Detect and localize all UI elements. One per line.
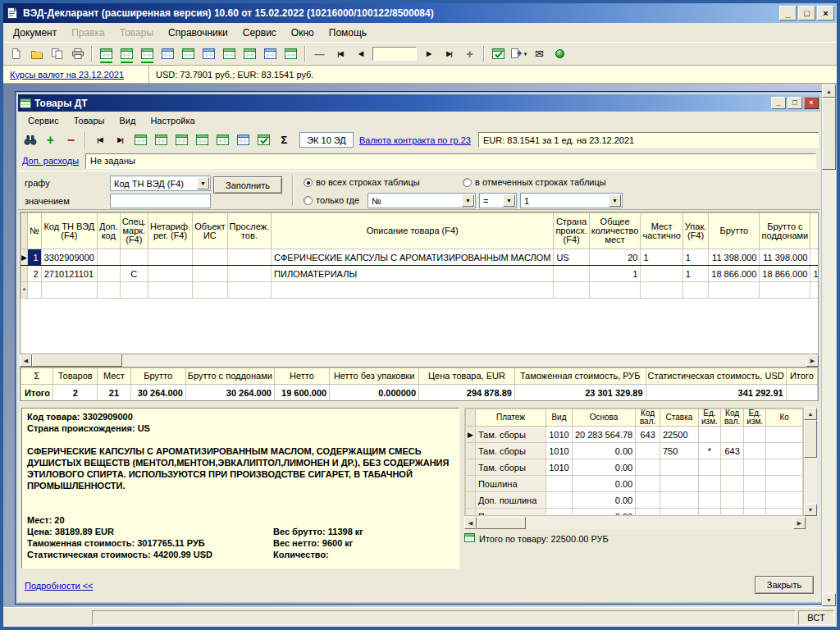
payments-column-header[interactable]: Код вал. bbox=[636, 409, 660, 427]
copy-declaration-button[interactable] bbox=[47, 44, 67, 64]
payment-cell[interactable]: 643 bbox=[720, 443, 743, 459]
goods-cell[interactable]: ПИЛОМАТЕРИАЛЫ bbox=[272, 266, 554, 282]
goods-cell[interactable] bbox=[554, 282, 589, 299]
where-op-combo[interactable]: = ▼ bbox=[479, 193, 517, 208]
goods-column-header[interactable]: Код ТН ВЭД (F4) bbox=[41, 213, 97, 249]
sum-button[interactable]: Σ bbox=[274, 130, 294, 150]
form-6-button[interactable] bbox=[199, 44, 219, 64]
dialog-menu-item-settings[interactable]: Настройка bbox=[143, 113, 202, 128]
payment-row-marker[interactable] bbox=[466, 509, 476, 517]
scroll-down-button[interactable]: ▼ bbox=[804, 504, 817, 516]
goods-cell[interactable] bbox=[709, 282, 760, 299]
scroll-track[interactable] bbox=[32, 354, 806, 367]
open-declaration-button[interactable] bbox=[26, 44, 47, 64]
goods-column-header[interactable]: Мест частично bbox=[641, 213, 682, 249]
payment-row[interactable]: Доп. пошлина0.00 bbox=[466, 492, 803, 509]
payment-cell[interactable] bbox=[744, 509, 766, 517]
payment-cell[interactable] bbox=[744, 476, 766, 492]
fill-column-combo[interactable]: Код ТН ВЭД (F4) ▼ bbox=[110, 176, 211, 191]
goods-cell[interactable]: 10 000.000 bbox=[810, 266, 819, 282]
rounding-button[interactable] bbox=[233, 130, 253, 150]
form-8-button[interactable] bbox=[240, 44, 260, 64]
payment-cell[interactable] bbox=[698, 476, 720, 492]
payments-column-header[interactable]: Ко bbox=[766, 409, 803, 427]
payment-cell[interactable] bbox=[698, 427, 720, 443]
scope-all-option[interactable]: во всех строках таблицы bbox=[304, 177, 420, 187]
view-4-button[interactable] bbox=[192, 130, 212, 150]
payment-cell[interactable]: * bbox=[698, 443, 720, 459]
goods-cell[interactable]: 1 bbox=[589, 266, 641, 282]
payment-cell[interactable]: 22500 bbox=[660, 427, 698, 443]
payments-column-header[interactable]: Вид bbox=[546, 409, 573, 427]
contract-currency-link[interactable]: Валюта контракта по гр.23 bbox=[359, 135, 471, 145]
goods-cell[interactable]: 3302909000 bbox=[41, 249, 97, 266]
goods-column-header[interactable]: Спец. марк. (F4) bbox=[120, 213, 148, 249]
goods-cell[interactable] bbox=[272, 282, 554, 299]
fill-value-field[interactable] bbox=[110, 194, 211, 208]
details-toggle-link[interactable]: Подробности << bbox=[25, 581, 94, 591]
remove-sheet-button[interactable]: — bbox=[309, 44, 330, 64]
goods-cell[interactable] bbox=[227, 266, 271, 282]
scope-where-option[interactable]: только где bbox=[304, 195, 359, 205]
dialog-close-button[interactable]: × bbox=[804, 97, 819, 109]
goods-cell[interactable] bbox=[193, 282, 227, 299]
next-sheet-button[interactable]: ▶ bbox=[418, 44, 439, 64]
goods-column-header[interactable]: № bbox=[27, 213, 41, 249]
goods-cell[interactable]: 1 bbox=[27, 249, 41, 266]
last-goods-button[interactable]: ▶| bbox=[110, 130, 130, 150]
payments-column-header[interactable]: Ед. изм. bbox=[744, 409, 766, 427]
payments-column-header[interactable]: Платеж bbox=[475, 409, 546, 427]
payment-cell[interactable]: 750 bbox=[660, 443, 698, 459]
view-2-button[interactable] bbox=[151, 130, 171, 150]
scroll-right-button[interactable]: ▶ bbox=[806, 354, 819, 367]
menu-item-help[interactable]: Помощь bbox=[322, 24, 374, 42]
dialog-maximize-button[interactable]: □ bbox=[788, 97, 802, 109]
menu-item-directories[interactable]: Справочники bbox=[161, 24, 235, 42]
goods-cell[interactable] bbox=[148, 249, 193, 266]
contract-currency-field[interactable]: EUR: 83.1541 за 1 ед. на 23.12.2021 bbox=[478, 132, 819, 148]
dropdown-arrow-icon[interactable]: ▼ bbox=[197, 177, 209, 189]
payment-cell[interactable]: 0.00 bbox=[572, 443, 635, 459]
scroll-track[interactable] bbox=[477, 517, 793, 529]
scroll-track[interactable] bbox=[804, 420, 817, 504]
payment-cell[interactable] bbox=[766, 443, 803, 459]
payment-cell[interactable] bbox=[744, 459, 766, 476]
goods-column-header[interactable]: Страна происх. (F4) bbox=[554, 213, 589, 249]
payment-cell[interactable]: Там. сборы bbox=[475, 427, 546, 443]
form-dts-button[interactable] bbox=[116, 44, 137, 64]
payment-row-marker[interactable] bbox=[466, 492, 476, 509]
goods-cell[interactable]: 18 866.000 bbox=[709, 266, 760, 282]
rates-link[interactable]: Курсы валют на 23.12.2021 bbox=[10, 70, 124, 80]
payments-column-header[interactable]: Ставка bbox=[660, 409, 698, 427]
payment-row-marker[interactable] bbox=[466, 476, 476, 492]
goods-cell[interactable] bbox=[148, 266, 193, 282]
view-main-button[interactable] bbox=[130, 130, 151, 150]
payment-cell[interactable] bbox=[546, 509, 573, 517]
goods-column-header[interactable]: Доп. код bbox=[97, 213, 120, 249]
dropdown-arrow-icon[interactable]: ▼ bbox=[503, 194, 515, 207]
goods-cell[interactable] bbox=[97, 249, 120, 266]
payment-cell[interactable] bbox=[546, 476, 573, 492]
goods-cell[interactable]: 11 398.000 bbox=[760, 249, 810, 266]
first-goods-button[interactable]: |◀ bbox=[89, 130, 110, 150]
goods-cell[interactable]: 1 bbox=[682, 249, 708, 266]
form-kts-button[interactable] bbox=[137, 44, 158, 64]
payment-cell[interactable] bbox=[660, 492, 698, 509]
scroll-left-button[interactable]: ◀ bbox=[20, 354, 32, 367]
goods-cell[interactable] bbox=[227, 249, 271, 266]
delete-goods-button[interactable]: − bbox=[61, 130, 81, 150]
payment-row[interactable]: Там. сборы10100.00750*643 bbox=[466, 443, 803, 459]
payment-cell[interactable] bbox=[698, 509, 720, 517]
goods-column-header[interactable]: Описание товара (F4) bbox=[272, 213, 554, 249]
menu-item-document[interactable]: Документ bbox=[6, 24, 64, 42]
payment-row[interactable]: ▶Там. сборы101020 283 564.7864322500 bbox=[466, 427, 803, 443]
dropdown-arrow-icon[interactable]: ▼ bbox=[462, 194, 474, 207]
payment-row[interactable]: Там. сборы10100.00 bbox=[466, 459, 803, 476]
payment-cell[interactable] bbox=[766, 492, 803, 509]
goods-cell[interactable] bbox=[641, 266, 682, 282]
payment-cell[interactable]: 1010 bbox=[546, 443, 573, 459]
goods-cell[interactable] bbox=[193, 266, 227, 282]
payment-cell[interactable] bbox=[636, 509, 660, 517]
scroll-thumb[interactable] bbox=[804, 420, 817, 458]
scope-where-radio[interactable] bbox=[304, 196, 313, 205]
